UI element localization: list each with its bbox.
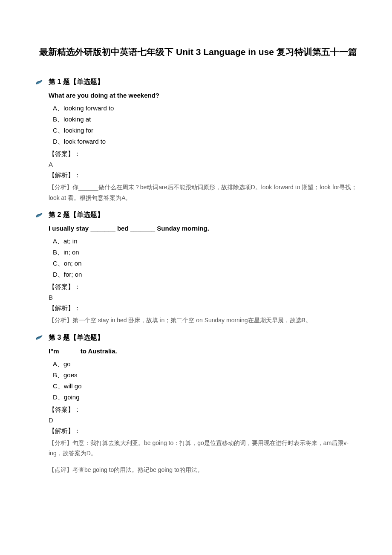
page-title: 最新精选外研版初中英语七年级下 Unit 3 Language in use 复…: [35, 46, 361, 58]
option-c: C、will go: [53, 381, 361, 391]
question-stem: What are you doing at the weekend?: [49, 92, 361, 99]
answer-label: 【答案】：: [49, 283, 361, 291]
answer-value: D: [49, 416, 361, 424]
bird-icon: [35, 79, 43, 85]
explain-text: 【分析】句意：我打算去澳大利亚。be going to：打算，go是位置移动的词…: [49, 438, 361, 459]
bird-icon: [35, 335, 43, 341]
explain-note: 【点评】考查be going to的用法。熟记be going to的用法。: [49, 465, 361, 475]
question-number: 第 2 题【单选题】: [49, 211, 104, 220]
option-d: D、going: [53, 392, 361, 402]
option-d: D、look forward to: [53, 136, 361, 147]
answer-value: A: [49, 161, 361, 168]
options-list: A、looking forward to B、looking at C、look…: [53, 103, 361, 147]
option-a: A、at; in: [53, 236, 361, 246]
options-list: A、at; in B、in; on C、on; on D、for; on: [53, 236, 361, 280]
answer-value: B: [49, 294, 361, 301]
explain-text: 【分析】你______做什么在周末？be动词are后不能跟动词原形，故排除选项D…: [49, 182, 361, 203]
option-b: B、looking at: [53, 114, 361, 124]
question-heading-3: 第 3 题【单选题】: [35, 333, 361, 342]
option-c: C、on; on: [53, 258, 361, 269]
question-heading-2: 第 2 题【单选题】: [35, 211, 361, 220]
bird-icon: [35, 212, 43, 218]
explain-label: 【解析】：: [49, 304, 361, 312]
answer-label: 【答案】：: [49, 150, 361, 158]
explain-label: 【解析】：: [49, 171, 361, 179]
option-a: A、go: [53, 359, 361, 369]
explain-text: 【分析】第一个空 stay in bed 卧床，故填 in；第二个空 on Su…: [49, 315, 361, 326]
question-stem: I usually stay _______ bed _______ Sunda…: [49, 225, 361, 232]
answer-label: 【答案】：: [49, 406, 361, 414]
option-d: D、for; on: [53, 269, 361, 280]
question-stem: I"m _____ to Australia.: [49, 347, 361, 355]
option-b: B、in; on: [53, 247, 361, 257]
option-a: A、looking forward to: [53, 103, 361, 113]
question-number: 第 3 题【单选题】: [49, 333, 104, 342]
option-c: C、looking for: [53, 125, 361, 136]
explain-label: 【解析】：: [49, 427, 361, 435]
question-number: 第 1 题【单选题】: [49, 78, 104, 87]
question-heading-1: 第 1 题【单选题】: [35, 78, 361, 87]
option-b: B、goes: [53, 370, 361, 380]
options-list: A、go B、goes C、will go D、going: [53, 359, 361, 402]
